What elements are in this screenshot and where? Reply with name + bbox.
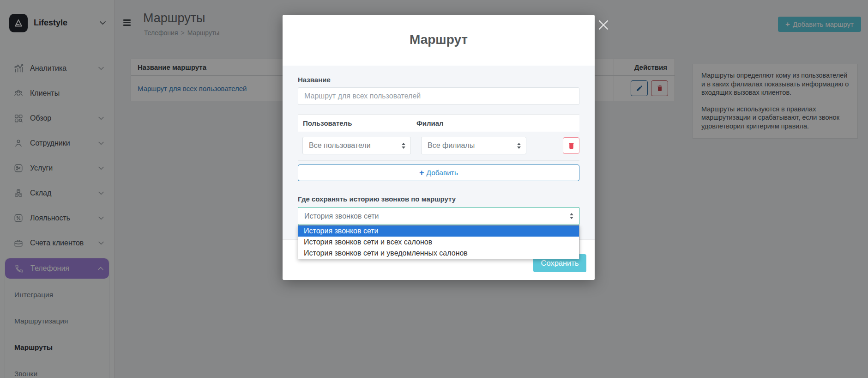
user-select[interactable]: Все пользователи <box>302 137 411 154</box>
trash-icon <box>567 142 575 150</box>
select-arrows-icon <box>402 143 405 149</box>
app-canvas: Lifestyle Аналитика Клиенты <box>0 0 868 378</box>
name-label: Название <box>298 76 579 84</box>
select-arrows-icon <box>517 143 521 149</box>
history-label: Где сохранять историю звонков по маршрут… <box>298 195 579 203</box>
dropdown-option[interactable]: История звонков сети <box>298 226 579 237</box>
route-name-input[interactable] <box>298 87 579 105</box>
route-modal: Маршрут Название Пользователь Филиал Все… <box>283 15 595 280</box>
delete-row-button[interactable] <box>563 137 579 154</box>
modal-title: Маршрут <box>283 15 595 47</box>
column-header-user: Пользователь <box>298 119 416 127</box>
close-icon[interactable] <box>597 18 610 33</box>
select-arrows-icon <box>570 213 573 219</box>
history-block: Где сохранять историю звонков по маршрут… <box>298 195 579 225</box>
add-row-label: Добавить <box>427 169 458 177</box>
modal-body: Название Пользователь Филиал Все пользов… <box>283 66 595 239</box>
history-dropdown: История звонков сети История звонков сет… <box>298 225 579 259</box>
plus-icon: + <box>419 168 424 178</box>
dropdown-option[interactable]: История звонков сети и уведомленных сало… <box>298 248 579 259</box>
columns-header: Пользователь Филиал <box>298 115 579 132</box>
user-select-value: Все пользователи <box>309 141 371 150</box>
branch-select-value: Все филиалы <box>428 141 475 150</box>
user-branch-section: Пользователь Филиал Все пользователи Все… <box>298 114 579 181</box>
modal-header: Маршрут <box>283 15 595 66</box>
history-select-value: История звонков сети <box>304 212 379 220</box>
history-select[interactable]: История звонков сети <box>298 207 579 225</box>
dropdown-option[interactable]: История звонков сети и всех салонов <box>298 237 579 248</box>
user-branch-row: Все пользователи Все филиалы <box>298 132 579 161</box>
column-header-branch: Филиал <box>416 119 444 127</box>
branch-select[interactable]: Все филиалы <box>421 137 526 154</box>
add-row-button[interactable]: + Добавить <box>298 165 579 181</box>
